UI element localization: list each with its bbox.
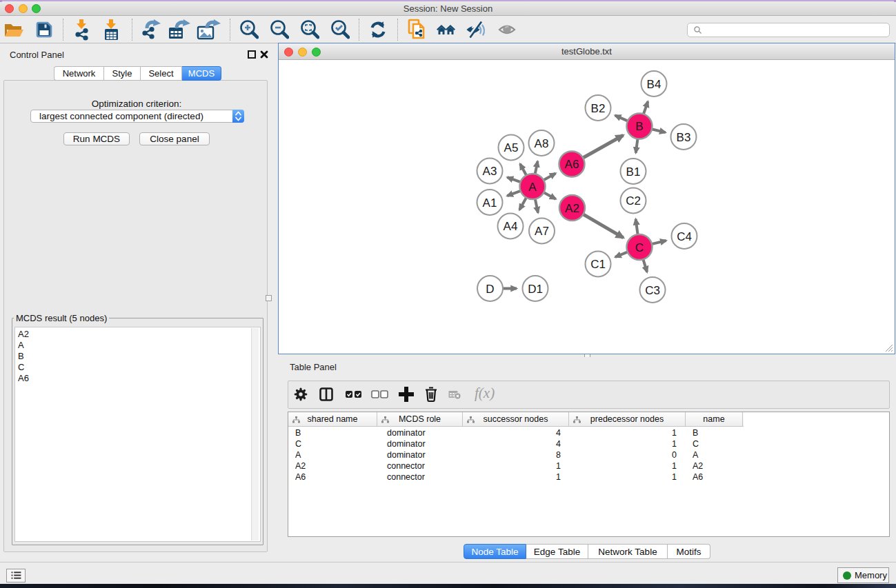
svg-text:A8: A8	[535, 137, 549, 150]
svg-text:B2: B2	[591, 102, 606, 115]
svg-text:B: B	[635, 120, 643, 133]
svg-text:A1: A1	[483, 196, 497, 210]
svg-text:B4: B4	[647, 78, 661, 91]
svg-text:C3: C3	[645, 284, 660, 297]
svg-text:D: D	[486, 283, 494, 296]
svg-text:A3: A3	[483, 165, 497, 178]
svg-text:B3: B3	[677, 131, 691, 144]
svg-text:A2: A2	[565, 202, 579, 215]
svg-text:A6: A6	[565, 158, 579, 171]
svg-text:A4: A4	[504, 220, 518, 233]
svg-text:C: C	[635, 241, 644, 254]
svg-text:C2: C2	[626, 194, 641, 207]
svg-text:D1: D1	[528, 283, 543, 296]
svg-text:C1: C1	[590, 258, 606, 271]
svg-text:A5: A5	[504, 141, 519, 154]
svg-text:C4: C4	[677, 230, 692, 243]
svg-text:B1: B1	[626, 165, 641, 179]
svg-text:A7: A7	[535, 225, 549, 238]
svg-text:A: A	[528, 181, 537, 194]
